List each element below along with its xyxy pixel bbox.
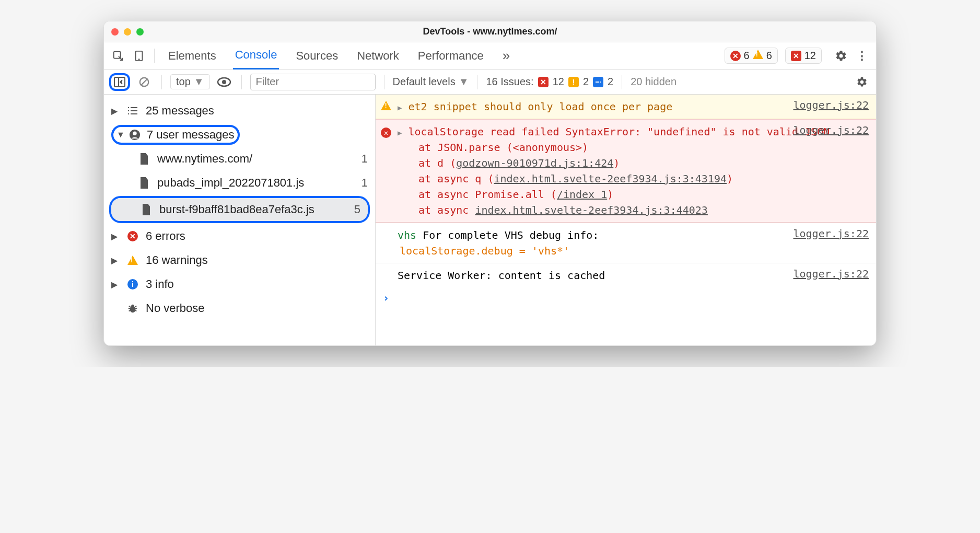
issues-summary[interactable]: 16 Issues: ✕ 12 ! 2 2 [486,76,613,88]
svg-point-8 [222,80,226,84]
log-levels-dropdown[interactable]: Default levels ▼ [393,76,469,88]
svg-rect-9 [596,82,599,83]
context-selector[interactable]: top ▼ [170,74,210,89]
stack-prefix: at d ( [418,157,456,169]
warning-icon: ! [381,99,392,114]
log-text: localStorage read failed SyntaxError: "u… [408,125,830,138]
file-icon [139,204,153,215]
tab-elements[interactable]: Elements [166,43,218,69]
stack-prefix: at async Promise.all ( [418,188,557,201]
log-source-link[interactable]: logger.js:22 [794,124,869,136]
error-icon: ✕ [126,231,139,241]
file-count: 1 [361,152,368,166]
log-entry-info[interactable]: Service Worker: content is cached logger… [376,263,876,287]
toggle-sidebar-button[interactable] [109,73,130,91]
error-icon: ✕ [730,51,741,61]
tab-network[interactable]: Network [355,43,401,69]
sidebar-verbose[interactable]: No verbose [104,296,375,320]
file-name: burst-f9baff81bad8ea7efa3c.js [159,203,348,216]
warning-icon: ! [753,50,763,59]
panel-tabs-row: Elements Console Sources Network Perform… [104,42,876,69]
more-menu-icon[interactable]: ⋮ [853,47,871,65]
issues-label: 16 Issues: [486,76,533,88]
extension-error-badge[interactable]: ✕ 12 [785,48,822,64]
chevron-right-icon: ▶ [111,231,120,241]
info-icon [593,77,603,87]
stack-link[interactable]: /index 1 [557,188,607,201]
sidebar-messages[interactable]: ▶ 25 messages [104,99,375,123]
warning-icon: ! [568,77,579,87]
clear-console-icon[interactable] [135,73,153,91]
console-prompt[interactable]: › [376,287,876,308]
hidden-count[interactable]: 20 hidden [631,76,676,88]
sidebar-info[interactable]: ▶ i 3 info [104,272,375,296]
inspect-element-icon[interactable] [109,47,127,65]
spacer-icon [381,227,392,259]
error-icon: ✕ [381,124,392,218]
sidebar-file-item[interactable]: burst-f9baff81bad8ea7efa3c.js 5 [111,198,368,221]
filter-input[interactable] [250,74,376,90]
issues-warn-count: 2 [583,76,589,88]
chevron-down-icon: ▼ [194,76,204,88]
stack-prefix: at async q ( [418,172,494,185]
divider [477,75,477,89]
tab-performance[interactable]: Performance [416,43,486,69]
log-entry-info[interactable]: vhs For complete VHS debug info: localSt… [376,223,876,263]
log-source-link[interactable]: logger.js:22 [794,268,869,280]
file-count: 1 [361,176,368,190]
info-icon: i [126,279,139,289]
warnings-label: 16 warnings [146,253,368,267]
tab-console[interactable]: Console [233,42,279,69]
svg-point-18 [133,132,136,135]
log-source-link[interactable]: logger.js:22 [794,227,869,240]
svg-rect-10 [600,82,601,83]
tab-sources[interactable]: Sources [294,43,340,69]
chevron-down-icon: ▼ [114,130,123,140]
log-entry-error[interactable]: ✕ ▶ localStorage read failed SyntaxError… [376,119,876,223]
console-settings-icon[interactable] [853,73,871,91]
expand-icon[interactable]: ▶ [398,103,402,112]
sidebar-file-item[interactable]: www.nytimes.com/ 1 [104,147,375,171]
file-name: pubads_impl_2022071801.js [157,176,355,190]
file-name: www.nytimes.com/ [157,152,355,166]
stack-prefix: at async [418,204,475,216]
panel-tabs: Elements Console Sources Network Perform… [166,41,512,70]
titlebar: DevTools - www.nytimes.com/ [104,21,876,42]
console-output: ! ▶ et2 snippet should only load once pe… [376,95,876,345]
errors-label: 6 errors [146,229,368,243]
expand-icon[interactable]: ▶ [398,129,402,137]
sidebar-file-item[interactable]: pubads_impl_2022071801.js 1 [104,171,375,195]
stack-link[interactable]: godzown-9010971d.js:1:424 [456,157,613,169]
divider [161,75,162,89]
user-messages-label: 7 user messages [147,128,235,142]
device-toolbar-icon[interactable] [130,47,148,65]
spacer-icon [381,268,392,283]
stack-line: at JSON.parse (<anonymous>) [398,141,588,154]
sidebar-errors[interactable]: ▶ ✕ 6 errors [104,224,375,248]
file-icon [137,153,151,165]
devtools-window: DevTools - www.nytimes.com/ Elements Con… [103,21,877,346]
tabs-overflow[interactable]: » [500,41,512,70]
live-expression-icon[interactable] [215,73,233,91]
console-main: ▶ 25 messages ▼ 7 user messages [104,95,876,345]
chevron-right-icon: ▶ [111,256,120,265]
svg-line-24 [135,310,137,311]
settings-icon[interactable] [832,47,850,65]
log-entry-warning[interactable]: ! ▶ et2 snippet should only load once pe… [376,95,876,119]
log-source-link[interactable]: logger.js:22 [794,99,869,111]
stack-link[interactable]: index.html.svelte-2eef3934.js:3:44023 [475,204,708,216]
list-icon [126,106,139,115]
error-count: 6 [744,50,750,62]
issues-error-count: 12 [553,76,564,88]
sidebar-user-messages[interactable]: ▼ 7 user messages [104,123,375,147]
svg-line-25 [129,306,131,307]
chevron-right-icon: ▶ [111,280,120,289]
sidebar-warnings[interactable]: ▶ ! 16 warnings [104,248,375,272]
bug-icon [126,303,139,314]
divider [154,49,155,63]
context-label: top [176,76,191,88]
error-warning-badge[interactable]: ✕ 6 ! 6 [725,48,778,64]
log-text: For complete VHS debug info: [423,229,599,241]
stack-link[interactable]: index.html.svelte-2eef3934.js:3:43194 [494,172,727,185]
error-icon: ✕ [538,77,549,87]
